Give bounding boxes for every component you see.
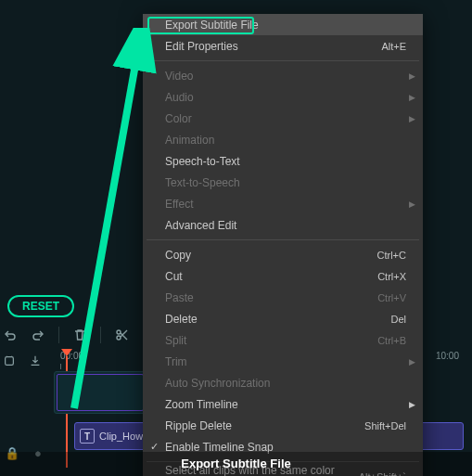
svg-rect-2 [6,357,14,366]
menu-cut[interactable]: CutCtrl+X [143,265,423,287]
menu-copy[interactable]: CopyCtrl+C [143,244,423,265]
menu-color: Color▶ [143,108,423,129]
menu-split: SplitCtrl+B [143,329,423,351]
menu-export-subtitle[interactable]: Export Subtitle File [143,14,423,35]
redo-icon[interactable] [31,328,45,342]
separator [100,327,101,343]
download-icon[interactable] [29,354,42,367]
svg-point-0 [117,330,121,334]
menu-audio: Audio▶ [143,86,423,108]
context-menu: Export Subtitle File Edit PropertiesAlt+… [143,14,423,476]
menu-edit-properties[interactable]: Edit PropertiesAlt+E [143,35,423,57]
reset-button[interactable]: RESET [7,295,74,317]
menu-advanced-edit[interactable]: Advanced Edit [143,214,423,236]
timeline-toolbar-secondary [3,354,42,367]
menu-paste: PasteCtrl+V [143,287,423,308]
menu-auto-sync: Auto Synchronization [143,372,423,393]
menu-zoom-timeline[interactable]: Zoom Timeline▶ [143,393,423,415]
menu-trim: Trim▶ [143,351,423,372]
menu-video: Video▶ [143,65,423,86]
menu-effect: Effect▶ [143,193,423,214]
svg-point-1 [117,336,121,340]
caption-text: Export Subtitle File [0,452,472,476]
scissors-icon[interactable] [114,328,129,342]
menu-speech-to-text[interactable]: Speech-to-Text [143,150,423,172]
text-clip-icon: T [80,429,95,444]
clip-selection-border [57,374,144,411]
video-clip[interactable] [54,371,147,414]
undo-icon[interactable] [3,328,18,342]
ruler-tick-right: 10:00 [436,351,459,361]
menu-animation: Animation [143,129,423,150]
trash-icon[interactable] [72,328,87,342]
timeline-toolbar [3,327,157,343]
menu-ripple-delete[interactable]: Ripple DeleteShift+Del [143,415,423,436]
menu-separator [147,239,419,240]
menu-delete[interactable]: DeleteDel [143,308,423,329]
menu-text-to-speech: Text-to-Speech [143,172,423,193]
separator [58,327,59,343]
menu-separator [147,60,419,61]
marker-icon[interactable] [3,354,16,367]
